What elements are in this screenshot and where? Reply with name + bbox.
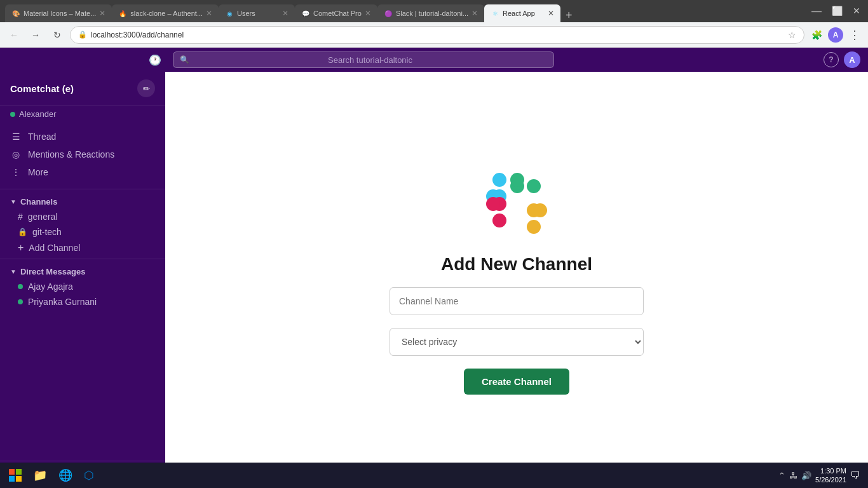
tab-title-3: Users: [237, 10, 279, 17]
bookmark-icon[interactable]: ☆: [788, 30, 796, 40]
up-arrow-icon[interactable]: ⌃: [778, 471, 785, 480]
profile-button[interactable]: A: [827, 27, 844, 43]
address-text: localhost:3000/add/channel: [91, 30, 784, 39]
tab-favicon-3: ◉: [225, 9, 234, 18]
browser-tab-5[interactable]: 🟣 Slack | tutorial-daltoni... ✕: [377, 4, 484, 22]
main-content: Add New Channel Select privacy Public Pr…: [165, 72, 868, 488]
browser-tab-6[interactable]: ⚛ React App ✕: [484, 4, 560, 22]
privacy-select[interactable]: Select privacy Public Private: [390, 328, 644, 356]
channel-item-git-tech[interactable]: 🔒 git-tech: [0, 224, 165, 240]
private-channel-icon: 🔒: [18, 227, 27, 236]
window-controls: — ⬜ ✕: [809, 6, 863, 17]
svg-rect-8: [486, 197, 500, 211]
sidebar: Cometchat (e) ✏ Alexander ☰ Thread ◎ Men…: [0, 72, 165, 488]
tab-favicon-2: 🔥: [118, 9, 127, 18]
tab-favicon-6: ⚛: [491, 9, 499, 18]
profile-avatar: A: [828, 27, 843, 43]
user-status: Alexander: [0, 105, 165, 123]
address-bar[interactable]: 🔒 localhost:3000/add/channel ☆: [70, 26, 804, 44]
svg-rect-13: [16, 469, 22, 475]
browser-tab-4[interactable]: 💬 CometChat Pro ✕: [295, 4, 377, 22]
sidebar-nav: ☰ Thread ◎ Mentions & Reactions ⋮ More: [0, 123, 165, 186]
browser-tab-2[interactable]: 🔥 slack-clone – Authent... ✕: [112, 4, 219, 22]
add-channel-item[interactable]: + Add Channel: [0, 240, 165, 256]
taskbar-items: 📁 🌐 ⬡: [28, 465, 773, 485]
tab-favicon-1: 🎨: [11, 9, 20, 18]
channel-item-general[interactable]: # general: [0, 209, 165, 224]
volume-icon[interactable]: 🔊: [801, 471, 811, 480]
browser-tab-1[interactable]: 🎨 Material Icons – Mate... ✕: [5, 4, 112, 22]
browser-tab-3[interactable]: ◉ Users ✕: [219, 4, 295, 22]
create-channel-button[interactable]: Create Channel: [464, 369, 569, 395]
browser-chrome: 🎨 Material Icons – Mate... ✕ 🔥 slack-clo…: [0, 0, 868, 22]
dm-item-priyanka[interactable]: Priyanka Gurnani: [0, 294, 165, 309]
sidebar-item-mentions[interactable]: ◎ Mentions & Reactions: [0, 146, 165, 163]
lock-icon: 🔒: [78, 30, 87, 39]
sidebar-item-thread[interactable]: ☰ Thread: [0, 128, 165, 146]
search-box[interactable]: 🔍 Search tutorial-daltonic: [173, 51, 554, 68]
file-explorer-icon: 📁: [33, 468, 47, 482]
history-button[interactable]: 🕐: [149, 54, 161, 66]
taskbar-date-display: 5/26/2021: [815, 475, 846, 484]
channels-section-header[interactable]: ▼ Channels: [0, 192, 165, 209]
taskbar-time-display: 1:30 PM: [815, 466, 846, 475]
dm-item-ajay[interactable]: Ajay Agajra: [0, 279, 165, 294]
network-icon[interactable]: 🖧: [789, 471, 797, 480]
tab-title-6: React App: [503, 10, 545, 17]
tab-close-4[interactable]: ✕: [365, 9, 371, 18]
new-tab-button[interactable]: +: [560, 9, 578, 22]
taskbar-item-explorer[interactable]: 📁: [28, 465, 52, 485]
page-title: Add New Channel: [441, 254, 592, 274]
sidebar-divider-1: [0, 189, 165, 189]
slack-header-center: 🔍 Search tutorial-daltonic: [173, 51, 817, 68]
slack-header: 🕐 🔍 Search tutorial-daltonic ? A: [0, 48, 868, 72]
form-container: Add New Channel Select privacy Public Pr…: [390, 165, 644, 395]
extensions-button[interactable]: 🧩: [808, 27, 825, 43]
dm-status-dot-ajay: [18, 284, 23, 289]
tab-close-6[interactable]: ✕: [548, 9, 554, 18]
tab-close-1[interactable]: ✕: [99, 9, 105, 18]
toolbar-icons: 🧩 A ⋮: [808, 27, 863, 43]
tab-favicon-4: 💬: [301, 9, 310, 18]
taskbar-item-chrome[interactable]: 🌐: [53, 465, 78, 485]
tab-favicon-5: 🟣: [384, 9, 393, 18]
tab-title-5: Slack | tutorial-daltoni...: [396, 10, 468, 17]
user-avatar-header[interactable]: A: [844, 51, 860, 68]
forward-button[interactable]: →: [27, 26, 44, 44]
channels-label: Channels: [20, 197, 58, 207]
channel-name-general: general: [28, 212, 58, 222]
add-channel-label: Add Channel: [29, 243, 80, 253]
svg-rect-14: [9, 476, 15, 482]
tab-close-5[interactable]: ✕: [471, 9, 478, 18]
svg-rect-12: [9, 469, 15, 475]
minimize-button[interactable]: —: [809, 6, 824, 17]
thread-icon: ☰: [10, 132, 22, 142]
taskbar-item-vscode[interactable]: ⬡: [79, 465, 99, 485]
dm-chevron-icon: ▼: [10, 268, 17, 275]
edit-button[interactable]: ✏: [137, 79, 155, 97]
user-name: Alexander: [19, 109, 57, 119]
sidebar-item-more[interactable]: ⋮ More: [0, 163, 165, 181]
mentions-label: Mentions & Reactions: [28, 149, 114, 159]
svg-rect-11: [533, 203, 547, 217]
back-button[interactable]: ←: [5, 26, 23, 44]
tab-close-3[interactable]: ✕: [282, 9, 288, 18]
dm-status-dot-priyanka: [18, 299, 23, 304]
chrome-icon: 🌐: [58, 468, 72, 482]
help-button[interactable]: ?: [824, 52, 839, 67]
tab-close-2[interactable]: ✕: [206, 9, 212, 18]
notification-icon[interactable]: 🗨: [850, 470, 860, 481]
reload-button[interactable]: ↻: [48, 26, 66, 44]
maximize-button[interactable]: ⬜: [829, 6, 845, 17]
taskbar: 📁 🌐 ⬡ ⌃ 🖧 🔊 1:30 PM 5/26/2021 🗨: [0, 463, 868, 488]
slack-logo: [478, 165, 555, 241]
thread-label: Thread: [28, 132, 56, 142]
taskbar-clock[interactable]: 1:30 PM 5/26/2021: [815, 466, 846, 485]
close-window-button[interactable]: ✕: [850, 6, 863, 17]
menu-button[interactable]: ⋮: [846, 27, 863, 43]
dm-section-header[interactable]: ▼ Direct Messages: [0, 262, 165, 279]
start-button[interactable]: [3, 465, 28, 485]
svg-rect-5: [510, 173, 524, 187]
channel-name-input[interactable]: [390, 287, 644, 315]
tab-title-4: CometChat Pro: [313, 10, 362, 17]
